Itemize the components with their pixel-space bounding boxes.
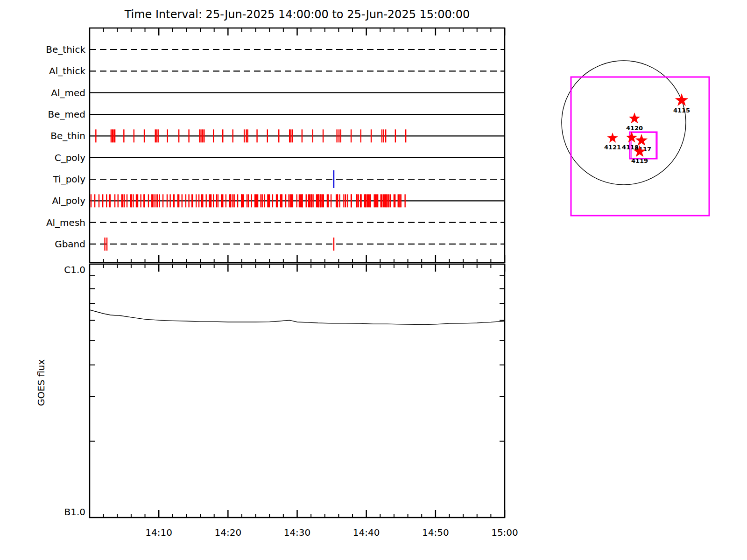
filter-row-label: Be_med (48, 109, 85, 120)
flare-label: 4120 (626, 125, 643, 132)
flare-label: 4121 (604, 144, 621, 151)
flare-label: 4115 (673, 107, 690, 114)
filter-row-label: Al_poly (52, 195, 85, 206)
filter-row-label: Gband (55, 238, 85, 250)
flare-star-icon (626, 132, 638, 143)
goes-panel-frame (90, 264, 505, 518)
flare-star-icon (607, 133, 618, 143)
x-tick-label: 14:50 (422, 527, 449, 538)
x-tick-label: 14:30 (284, 527, 311, 538)
filter-row-label: Ti_poly (53, 174, 86, 185)
x-tick-label: 14:20 (215, 527, 242, 538)
flare-label: 4119 (631, 157, 648, 164)
x-tick-label: 14:40 (353, 527, 380, 538)
flare-star-icon (675, 93, 689, 106)
goes-ybottom-label: B1.0 (64, 506, 85, 518)
goes-ytop-label: C1.0 (64, 264, 85, 275)
goes-flux-curve (90, 310, 505, 325)
solar-disk (562, 61, 686, 185)
filter-row-label: Al_thick (49, 65, 85, 77)
filter-row-label: Be_thin (50, 130, 85, 141)
goes-ylabel: GOES flux (35, 359, 47, 406)
x-tick-label: 14:10 (145, 527, 172, 538)
filter-row-label: C_poly (55, 152, 85, 163)
flare-star-icon (629, 112, 641, 124)
plot-canvas: 14:1014:2014:3014:4014:5015:00Be_thickAl… (0, 0, 747, 560)
x-tick-label: 15:00 (491, 527, 518, 538)
xrt-goes-timeline-figure: Time Interval: 25-Jun-2025 14:00:00 to 2… (0, 0, 747, 560)
filter-row-label: Al_mesh (46, 217, 85, 228)
filter-panel-frame (90, 28, 505, 263)
filter-row-label: Be_thick (46, 44, 85, 55)
filter-row-label: Al_med (51, 87, 85, 98)
